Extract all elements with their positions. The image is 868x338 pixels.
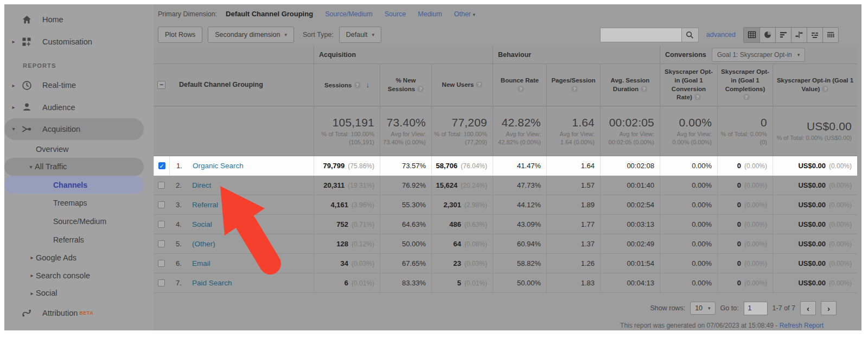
table-view-icon — [748, 30, 756, 39]
expand-arrow-icon[interactable]: ▸ — [28, 290, 36, 296]
expand-arrow-icon[interactable]: ▸ — [10, 39, 17, 44]
col-header-sessions[interactable]: Sessions?↓ — [314, 64, 380, 106]
next-page-button[interactable]: › — [821, 301, 837, 315]
row-checkbox[interactable] — [158, 279, 165, 286]
sidebar-item-source-medium[interactable]: Source/Medium — [4, 212, 154, 231]
channel-link[interactable]: Referral — [192, 201, 218, 209]
col-header-new-sessions[interactable]: % New Sessions? — [380, 64, 431, 106]
percentage-view-button[interactable] — [760, 28, 775, 42]
pivot-icon — [826, 30, 835, 39]
sidebar-item-search-console[interactable]: ▸ Search console — [4, 266, 154, 284]
show-rows-dropdown[interactable]: 10▾ — [690, 302, 715, 315]
term-cloud-view-button[interactable] — [807, 28, 822, 42]
col-header-goal-rate[interactable]: Skyscraper Opt-in (Goal 1 Conversion Rat… — [660, 64, 717, 106]
search-button[interactable] — [681, 28, 699, 42]
help-icon[interactable]: ? — [641, 86, 647, 92]
table-row-other[interactable]: 5.(Other) 128(0.12%) 50.00% 64(0.08%) 60… — [154, 234, 857, 254]
col-header-new-users[interactable]: New Users? — [431, 64, 493, 106]
table-row-email[interactable]: 6.Email 34(0.03%) 67.65% 23(0.03%) 58.82… — [154, 254, 857, 273]
help-icon[interactable]: ? — [476, 81, 482, 88]
col-header-pages-session[interactable]: Pages/Session? — [546, 64, 600, 106]
sidebar-item-treemaps[interactable]: Treemaps — [4, 194, 154, 212]
sidebar-item-channels[interactable]: Channels — [4, 176, 144, 194]
row-number: 1. — [176, 162, 193, 170]
sidebar-item-home[interactable]: Home — [4, 9, 154, 30]
help-icon[interactable]: ? — [417, 86, 424, 92]
row-checkbox[interactable] — [158, 240, 165, 247]
col-header-goal-completions[interactable]: Skyscraper Opt-in (Goal 1 Completions)? — [717, 64, 773, 106]
channel-link[interactable]: Direct — [192, 181, 211, 189]
row-checkbox[interactable] — [158, 201, 165, 208]
table-row-direct[interactable]: 2.Direct 20,311(19.31%) 76.92% 15,624(20… — [154, 176, 857, 195]
sidebar-item-realtime[interactable]: ▸ Real-time — [4, 74, 154, 96]
row-number: 3. — [176, 201, 192, 209]
row-checkbox[interactable] — [158, 182, 165, 189]
help-icon[interactable]: ? — [743, 94, 750, 100]
sidebar-item-google-ads[interactable]: ▸ Google Ads — [4, 248, 154, 266]
sidebar-item-overview[interactable]: Overview — [4, 140, 154, 158]
refresh-report-link[interactable]: Refresh Report — [780, 322, 824, 329]
col-header-goal-value[interactable]: Skyscraper Opt-in (Goal 1 Value)? — [773, 64, 857, 106]
channel-link[interactable]: Social — [192, 220, 212, 228]
group-conversions: Conversions Goal 1: Skyscraper Opt-in▾ — [660, 46, 857, 63]
collapse-all-checkbox[interactable]: − — [157, 81, 165, 89]
channel-link[interactable]: Email — [192, 259, 210, 267]
table-row-referral[interactable]: 3.Referral 4,161(3.96%) 55.30% 2,301(2.9… — [154, 195, 857, 215]
sidebar-item-all-traffic[interactable]: ▾ All Traffic — [4, 158, 144, 176]
pivot-view-button[interactable] — [822, 28, 838, 42]
row-checkbox-checked[interactable]: ✓ — [158, 162, 165, 169]
col-header-avg-duration[interactable]: Avg. Session Duration? — [600, 64, 660, 106]
expand-arrow-icon[interactable]: ▸ — [10, 82, 17, 88]
total-goal-completions: 0 — [761, 116, 767, 129]
search-input[interactable] — [600, 28, 681, 42]
table-row-social[interactable]: 4.Social 752(0.71%) 64.63% 486(0.63%) 43… — [154, 215, 857, 234]
help-icon[interactable]: ? — [694, 94, 701, 100]
bars-icon — [779, 30, 788, 39]
collapse-arrow-icon[interactable]: ▾ — [10, 126, 17, 132]
prev-page-button[interactable]: ‹ — [800, 301, 816, 315]
channel-link[interactable]: Organic Search — [193, 162, 244, 170]
secondary-dimension-button[interactable]: Secondary dimension▾ — [208, 27, 294, 43]
goto-page-input[interactable] — [744, 302, 768, 315]
show-rows-label: Show rows: — [650, 304, 686, 312]
total-new-users: 77,209 — [452, 116, 487, 129]
expand-arrow-icon[interactable]: ▸ — [10, 104, 17, 110]
channel-link[interactable]: (Other) — [192, 240, 215, 248]
help-icon[interactable]: ? — [518, 86, 524, 92]
sort-type-label: Sort Type: — [303, 31, 334, 39]
table-view-button[interactable] — [744, 28, 760, 42]
performance-view-button[interactable] — [775, 28, 791, 42]
sidebar-item-audience[interactable]: ▸ Audience — [4, 96, 154, 118]
beta-badge: BETA — [79, 310, 93, 316]
totals-row: 105,191% of Total: 100.00% (105,191) 73.… — [154, 106, 857, 156]
primary-dim-link-source[interactable]: Source — [385, 10, 406, 18]
table-row-paid-search[interactable]: 7.Paid Search 6(0.01%) 83.33% 5(0.01%) 5… — [154, 273, 857, 293]
primary-dimension-selected[interactable]: Default Channel Grouping — [226, 10, 313, 18]
help-icon[interactable]: ? — [354, 82, 361, 88]
sort-type-dropdown[interactable]: Default▾ — [339, 27, 381, 43]
sidebar-item-acquisition[interactable]: ▾ Acquisition — [4, 118, 144, 140]
sidebar-item-social[interactable]: ▸ Social — [4, 284, 154, 302]
chevron-down-icon: ▾ — [372, 32, 374, 37]
col-header-dimension[interactable]: Default Channel Grouping — [169, 64, 314, 106]
channel-link[interactable]: Paid Search — [192, 279, 232, 287]
row-checkbox[interactable] — [158, 260, 165, 267]
row-checkbox[interactable] — [158, 221, 165, 228]
primary-dim-link-medium[interactable]: Medium — [418, 10, 442, 18]
goal-selector-dropdown[interactable]: Goal 1: Skyscraper Opt-in▾ — [712, 48, 806, 62]
help-icon[interactable]: ? — [822, 86, 828, 92]
sidebar-item-attribution[interactable]: Attribution BETA — [4, 302, 154, 324]
expand-arrow-icon[interactable]: ▸ — [28, 254, 36, 260]
comparison-view-button[interactable] — [791, 28, 807, 42]
help-icon[interactable]: ? — [571, 86, 578, 92]
plot-rows-button[interactable]: Plot Rows — [158, 27, 202, 43]
collapse-arrow-icon[interactable]: ▾ — [27, 164, 35, 170]
primary-dim-link-other[interactable]: Other ▾ — [454, 10, 475, 18]
sidebar-item-referrals[interactable]: Referrals — [4, 231, 154, 249]
sidebar-item-customisation[interactable]: ▸ Customisation — [4, 30, 154, 52]
expand-arrow-icon[interactable]: ▸ — [28, 272, 36, 278]
primary-dim-link-source-medium[interactable]: Source/Medium — [325, 10, 373, 18]
col-header-bounce-rate[interactable]: Bounce Rate? — [493, 64, 546, 106]
table-row-organic-search[interactable]: ✓ 1.Organic Search 79,799(75.86%) 73.57%… — [154, 156, 857, 176]
advanced-link[interactable]: advanced — [706, 31, 736, 39]
